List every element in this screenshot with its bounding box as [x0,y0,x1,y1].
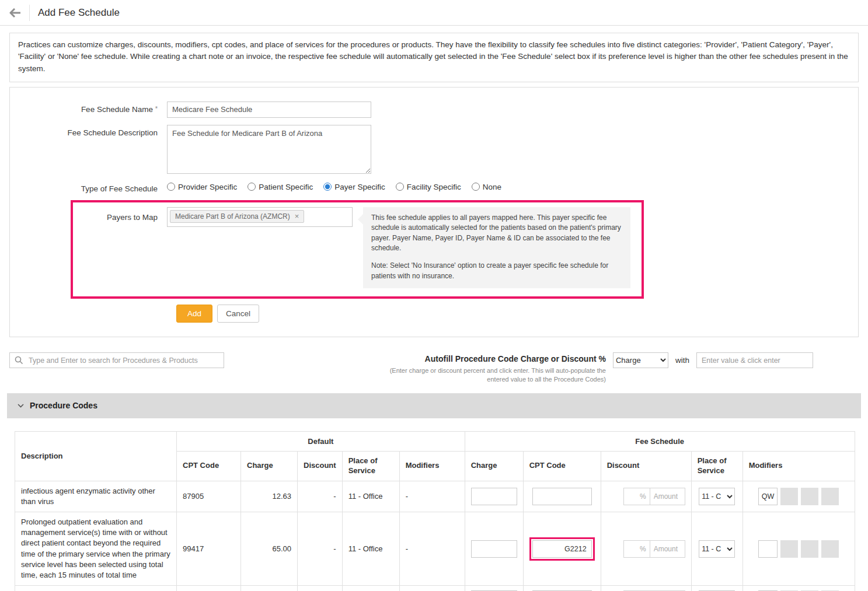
radio-payer-specific[interactable]: Payer Specific [323,183,385,191]
default-charge [241,586,298,591]
payer-chip-label: Medicare Part B of Arizona (AZMCR) [175,212,290,221]
payer-tooltip-text: This fee schedule applies to all payers … [371,213,622,254]
toolbar-row: Autofill Procedure Code Charge or Discou… [9,352,859,384]
fee-cpt-input[interactable] [532,540,592,558]
col-description: Description [15,431,177,481]
fee-modifier-input-1[interactable] [758,488,778,505]
radio-facility-specific[interactable]: Facility Specific [396,183,461,191]
group-default: Default [177,431,465,451]
page-title: Add Fee Schedule [38,7,120,19]
fee-schedule-name-input[interactable] [167,102,371,118]
procedure-codes-table: Description Default Fee Schedule CPT Cod… [15,431,855,591]
col-fee-cpt: CPT Code [523,451,601,481]
radio-input-facility-specific[interactable] [396,183,404,191]
fee-charge-input[interactable] [471,488,517,505]
col-fee-pos: Place of Service [691,451,742,481]
default-discount: - [298,512,343,585]
autofill-text: Autofill Procedure Code Charge or Discou… [374,352,606,384]
fee-discount-combo [623,488,685,505]
fee-discount-amount-input[interactable] [650,541,685,557]
payers-to-map-field[interactable]: Medicare Part B of Arizona (AZMCR) × [167,207,353,227]
fee-modifiers-cell [742,586,855,591]
search-icon [15,356,23,367]
procedure-codes-section-header[interactable]: Procedure Codes [7,393,861,418]
default-charge: 12.63 [241,481,298,512]
fee-modifier-slot-2 [780,540,798,558]
remove-payer-icon[interactable]: × [295,212,299,220]
radio-patient-specific[interactable]: Patient Specific [247,183,313,191]
radio-input-patient-specific[interactable] [247,183,256,191]
fee-schedule-description-label: Fee Schedule Description [10,125,167,174]
col-fee-discount: Discount [601,451,691,481]
payers-to-map-label: Payers to Map [73,207,167,222]
default-place-of-service: 10 - [342,586,399,591]
default-modifiers: - [399,481,465,512]
payer-tooltip-note: Note: Select 'No Insurance' option to cr… [371,261,622,281]
table-row: infectious agent enzymatic activity othe… [15,481,855,512]
fee-discount-combo [623,540,685,558]
default-discount: - [298,481,343,512]
table-row: 10 - [15,586,855,591]
col-default-modifiers: Modifiers [399,451,465,481]
add-fee-schedule-page: Add Fee Schedule Practices can customize… [0,0,868,591]
radio-provider-specific[interactable]: Provider Specific [167,183,237,191]
fee-schedule-name-label-text: Fee Schedule Name [81,105,153,114]
fee-charge-input[interactable] [471,540,517,558]
form-actions: Add Cancel [176,305,858,323]
col-default-charge: Charge [241,451,298,481]
fee-modifier-slot-3 [801,488,818,505]
fee-cpt-input[interactable] [532,488,592,505]
payers-to-map-highlight: Payers to Map Medicare Part B of Arizona… [71,200,644,299]
col-default-pos: Place of Service [342,451,399,481]
payer-tooltip: This fee schedule applies to all payers … [363,207,630,288]
autofill-with-label: with [675,352,689,365]
cancel-button[interactable]: Cancel [217,305,259,323]
autofill-section: Autofill Procedure Code Charge or Discou… [374,352,813,384]
default-modifiers: - [399,512,465,585]
fee-discount-amount-input[interactable] [650,488,685,505]
col-default-discount: Discount [298,451,343,481]
default-cpt-code [177,586,241,591]
g2212-highlight [529,537,595,561]
procedure-description: Prolonged outpatient evaluation and mana… [15,512,177,585]
fee-modifier-slot-2 [780,488,798,505]
fee-discount-percent-input[interactable] [624,488,650,505]
fee-schedule-description-input[interactable]: Fee Schedule for Medicare Part B of Ariz… [167,125,371,174]
procedure-search-input[interactable] [9,352,224,368]
fee-modifiers-cell [742,512,855,585]
default-place-of-service: 11 - Office [342,481,399,512]
payer-chip: Medicare Part B of Arizona (AZMCR) × [170,210,304,223]
back-arrow-icon [9,8,21,18]
back-button[interactable] [0,5,30,21]
fee-modifier-slot-3 [801,540,818,558]
chevron-down-icon [18,404,24,408]
radio-none[interactable]: None [472,183,501,191]
radio-input-payer-specific[interactable] [323,183,332,191]
procedure-search [9,352,224,368]
radio-label-payer-specific: Payer Specific [334,183,385,191]
radio-input-none[interactable] [472,183,480,191]
radio-label-facility-specific: Facility Specific [407,183,461,191]
col-fee-modifiers: Modifiers [742,451,855,481]
group-fee-schedule: Fee Schedule [465,431,855,451]
default-cpt-code: 87905 [177,481,241,512]
required-marker: * [155,105,158,112]
fee-discount-percent-input[interactable] [624,541,650,557]
default-modifiers [399,586,465,591]
autofill-help: (Enter charge or discount percent and cl… [374,366,606,384]
autofill-mode-select[interactable]: Charge [613,352,668,368]
default-cpt-code: 99417 [177,512,241,585]
fee-modifier-input-1[interactable] [758,540,778,558]
fee-modifier-slot-4 [821,540,839,558]
procedure-description [15,586,177,591]
fee-pos-select[interactable]: 11 - C [699,540,735,558]
radio-input-provider-specific[interactable] [167,183,175,191]
default-place-of-service: 11 - Office [342,512,399,585]
table-row: Prolonged outpatient evaluation and mana… [15,512,855,585]
fee-schedule-type-radios: Provider Specific Patient Specific Payer… [167,181,512,193]
default-discount [298,586,343,591]
fee-pos-select[interactable]: 11 - C [699,488,735,505]
autofill-value-input[interactable] [696,352,813,368]
radio-label-patient-specific: Patient Specific [259,183,313,191]
add-button[interactable]: Add [176,305,212,323]
